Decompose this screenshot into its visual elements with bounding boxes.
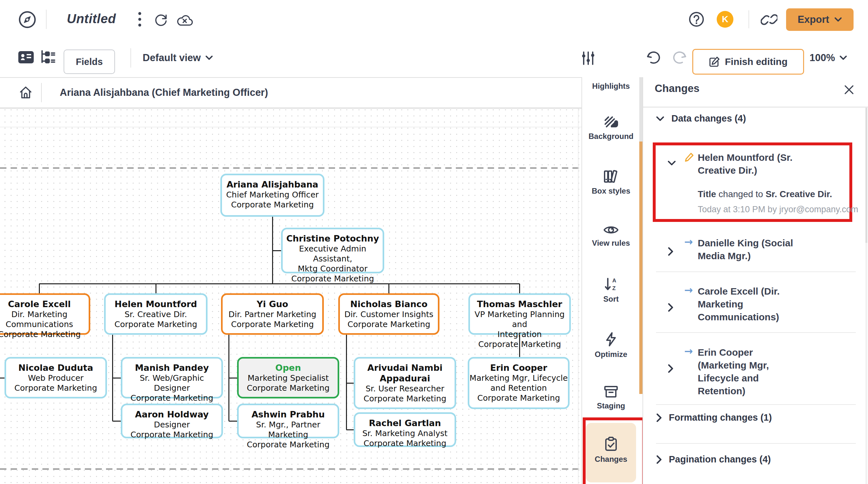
view-selector-label: Default view xyxy=(143,52,201,64)
export-label: Export xyxy=(798,14,829,25)
top-header: Untitled K xyxy=(0,0,868,39)
chevron-right-icon[interactable] xyxy=(668,303,673,312)
org-node-line: Designer xyxy=(122,420,221,430)
org-node-line: Sr. Marketing Analyst xyxy=(355,428,455,438)
page-boundary-line xyxy=(0,127,582,127)
panel-list-divider xyxy=(656,404,856,405)
section-formatting-changes-[interactable]: Formatting changes (1) xyxy=(656,412,772,423)
rail-item-sort[interactable]: AZSort xyxy=(582,277,640,304)
org-node-name: Erin Cooper xyxy=(469,363,568,373)
rail-scrollbar-track[interactable] xyxy=(639,77,643,142)
avatar-initial: K xyxy=(722,14,728,24)
svg-text:A: A xyxy=(612,278,616,284)
org-chart-canvas[interactable]: Ariana AlisjahbanaChief Marketing Office… xyxy=(0,108,582,484)
change-entry-name: Carole Excell (Dir. Marketing Communicat… xyxy=(698,285,804,323)
cloud-offline-icon[interactable] xyxy=(176,13,194,27)
org-node-line: and Retention xyxy=(469,383,568,393)
org-connector-line xyxy=(346,383,354,384)
chevron-down-icon xyxy=(205,55,213,60)
fields-button[interactable]: Fields xyxy=(64,50,115,74)
section-data-changes[interactable]: Data changes (4) xyxy=(656,113,746,124)
rail-item-optimize[interactable]: Optimize xyxy=(582,332,640,359)
org-node-nicolae[interactable]: Nicolae DudutaWeb ProducerCorporate Mark… xyxy=(4,357,107,398)
rail-item-box-styles[interactable]: Box styles xyxy=(582,170,640,196)
org-connector-line xyxy=(113,377,121,378)
org-node-line: Mktg Coordinator xyxy=(283,264,382,274)
org-node-manish[interactable]: Manish PandeySr. Web/Graphic DesignerCor… xyxy=(121,357,223,398)
background-icon xyxy=(604,116,618,129)
staging-icon xyxy=(604,385,618,398)
org-node-name: Yi Guo xyxy=(223,299,322,309)
rail-item-label: Optimize xyxy=(595,350,627,359)
help-icon[interactable] xyxy=(688,11,705,28)
app-window: Untitled K xyxy=(0,0,868,484)
sort-icon: AZ xyxy=(604,277,618,291)
org-node-rachel[interactable]: Rachel GartlanSr. Marketing AnalystCorpo… xyxy=(354,412,456,447)
page-boundary-dashed-2 xyxy=(0,468,582,470)
section-pagination-changes-[interactable]: Pagination changes (4) xyxy=(656,454,771,465)
org-connector-line xyxy=(0,377,4,378)
org-node-aaron[interactable]: Aaron HoldwayDesignerCorporate Marketing xyxy=(121,404,223,438)
svg-text:Z: Z xyxy=(612,285,616,291)
optimize-icon xyxy=(605,332,617,347)
org-node-line: Dir. Marketing xyxy=(0,309,89,319)
document-title[interactable]: Untitled xyxy=(67,11,116,26)
org-connector-line xyxy=(113,421,121,422)
org-node-line: Integration xyxy=(470,329,569,339)
toolbar: Fields Default view xyxy=(0,38,868,78)
org-node-carole[interactable]: Carole ExcellDir. MarketingCommunication… xyxy=(0,293,90,335)
avatar[interactable]: K xyxy=(717,11,734,28)
org-node-open[interactable]: OpenMarketing SpecialistCorporate Market… xyxy=(237,357,339,398)
kebab-menu-icon[interactable] xyxy=(138,11,141,27)
org-node-nicholas[interactable]: Nicholas BiancoDir. Customer InsightsCor… xyxy=(338,293,439,335)
finish-editing-button[interactable]: Finish editing xyxy=(692,49,804,75)
card-view-icon[interactable] xyxy=(18,50,34,64)
change-detail: Title changed to Sr. Creative Dir. xyxy=(698,189,845,199)
move-arrow-icon: → xyxy=(684,237,693,247)
org-connector-line xyxy=(346,429,354,430)
zoom-dropdown[interactable]: 100% xyxy=(809,52,847,64)
rail-item-background[interactable]: Background xyxy=(582,116,640,141)
close-icon[interactable] xyxy=(844,84,855,95)
view-selector-dropdown[interactable]: Default view xyxy=(143,52,213,64)
redo-icon[interactable] xyxy=(672,52,687,66)
chevron-right-icon[interactable] xyxy=(668,364,673,373)
tree-view-icon[interactable] xyxy=(40,50,56,65)
org-node-name: Thomas Maschler xyxy=(470,299,569,309)
chevron-down-icon xyxy=(834,17,842,22)
rail-item-label: Changes xyxy=(595,455,627,464)
org-node-ariana[interactable]: Ariana AlisjahbanaChief Marketing Office… xyxy=(220,174,324,217)
org-node-yiguo[interactable]: Yi GuoDir. Partner MarketingCorporate Ma… xyxy=(221,293,324,335)
org-connector-line xyxy=(389,284,389,293)
chevron-right-icon[interactable] xyxy=(668,247,673,256)
org-node-ashwin[interactable]: Ashwin PrabhuSr. Mgr., Partner Marketing… xyxy=(237,404,339,438)
rail-item-highlights[interactable]: Highlights xyxy=(582,82,640,91)
share-link-icon[interactable] xyxy=(761,11,777,27)
org-connector-line xyxy=(39,283,520,284)
org-connector-line xyxy=(346,335,347,430)
rail-scrollbar-thumb[interactable] xyxy=(639,142,643,394)
app-logo-compass-icon[interactable] xyxy=(18,10,37,29)
org-node-helen[interactable]: Helen MountfordSr. Creative Dir.Corporat… xyxy=(104,293,208,335)
rail-item-staging[interactable]: Staging xyxy=(582,385,640,410)
org-node-line: Sr. Creative Dir. xyxy=(106,309,206,319)
org-connector-line xyxy=(519,284,520,293)
org-node-thomas[interactable]: Thomas MaschlerVP Marketing Planning and… xyxy=(468,293,571,335)
export-button[interactable]: Export xyxy=(786,8,854,31)
sync-icon[interactable] xyxy=(154,12,168,27)
org-node-arivudai[interactable]: Arivudai Nambi AppaduraiSr. User Researc… xyxy=(354,357,456,409)
filter-sliders-icon[interactable] xyxy=(581,51,596,66)
undo-icon[interactable] xyxy=(646,52,662,66)
page-boundary-dashed xyxy=(0,167,582,169)
home-icon[interactable] xyxy=(19,86,33,100)
change-entry-name: Erin Cooper (Marketing Mgr, Lifecycle an… xyxy=(698,346,804,398)
panel-scrollbar-thumb[interactable] xyxy=(865,108,867,243)
chevron-down-icon[interactable] xyxy=(668,160,676,166)
breadcrumb-title: Ariana Alisjahbana (Chief Marketing Offi… xyxy=(60,87,268,98)
rail-item-view-rules[interactable]: View rules xyxy=(582,225,640,248)
org-node-line: Corporate Marketing xyxy=(340,319,438,329)
rail-item-changes[interactable]: Changes xyxy=(582,437,640,464)
org-node-christine[interactable]: Christine PotochnyExecutive Admin Assist… xyxy=(281,228,384,273)
org-node-name: Rachel Gartlan xyxy=(355,418,455,428)
org-node-erin[interactable]: Erin CooperMarketing Mgr, Lifecycleand R… xyxy=(468,357,569,409)
